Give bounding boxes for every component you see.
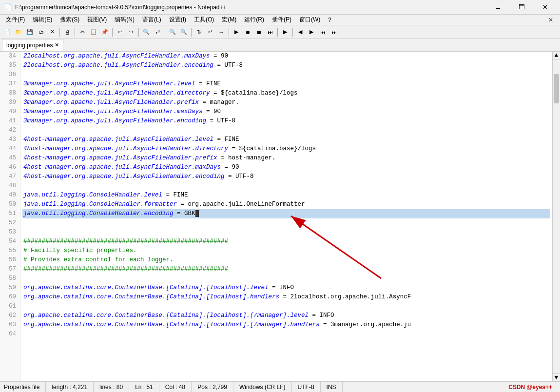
line-number-58: 58: [4, 274, 16, 283]
line-number-38: 38: [4, 89, 16, 98]
menu-file[interactable]: 文件(F): [2, 15, 29, 25]
code-line-55[interactable]: # Facility specific properties.: [22, 246, 550, 255]
code-line-51[interactable]: java.util.logging.ConsoleHandler.encodin…: [22, 209, 550, 218]
menu-run[interactable]: 运行(R): [240, 15, 268, 25]
scrollbar-up[interactable]: ▲: [553, 52, 560, 59]
code-line-41[interactable]: 3manager.org.apache.juli.AsyncFileHandle…: [22, 117, 550, 126]
menu-window[interactable]: 窗口(W): [295, 15, 324, 25]
code-line-35[interactable]: 2localhost.org.apache.juli.AsyncFileHand…: [22, 61, 550, 70]
line-number-45: 45: [4, 154, 16, 163]
menu-tools[interactable]: 工具(O): [190, 15, 218, 25]
code-line-46[interactable]: 4host-manager.org.apache.juli.AsyncFileH…: [22, 163, 550, 172]
window-controls[interactable]: 🗕 🗖 ✕: [487, 0, 556, 14]
tb-macro2[interactable]: ⏺: [242, 27, 253, 38]
tb-open[interactable]: 📁: [13, 27, 24, 38]
tb-macro4[interactable]: ⏭: [265, 27, 275, 38]
line-number-36: 36: [4, 70, 16, 79]
menu-encode[interactable]: 编码(N): [111, 15, 138, 25]
code-line-47[interactable]: 4host-manager.org.apache.juli.AsyncFileH…: [22, 172, 550, 181]
code-line-39[interactable]: 3manager.org.apache.juli.AsyncFileHandle…: [22, 98, 550, 107]
line-number-57: 57: [4, 265, 16, 274]
menu-close-x[interactable]: ✕: [543, 17, 558, 23]
tb-zoomout[interactable]: 🔍: [178, 27, 189, 38]
code-line-49[interactable]: java.util.logging.ConsoleHandler.level =…: [22, 191, 550, 200]
line-numbers: 3435363738394041424344454647484950515253…: [0, 52, 20, 381]
code-line-60[interactable]: org.apache.catalina.core.ContainerBase.[…: [22, 293, 550, 302]
code-line-44[interactable]: 4host-manager.org.apache.juli.AsyncFileH…: [22, 144, 550, 154]
toolbar-sep-7: [229, 28, 229, 37]
tb-paste[interactable]: 📌: [99, 27, 110, 38]
menu-lang[interactable]: 语言(L): [138, 15, 165, 25]
menu-search[interactable]: 搜索(S): [56, 15, 83, 25]
line-number-61: 61: [4, 302, 16, 311]
tb-indent[interactable]: →: [216, 27, 227, 38]
toolbar-sep-6: [191, 28, 192, 37]
code-line-48[interactable]: [22, 181, 550, 191]
code-line-45[interactable]: 4host-manager.org.apache.juli.AsyncFileH…: [22, 154, 550, 163]
maximize-button[interactable]: 🗖: [510, 0, 533, 14]
code-area[interactable]: 2localhost.org.apache.juli.AsyncFileHand…: [20, 52, 552, 381]
menu-view[interactable]: 视图(V): [83, 15, 111, 25]
toolbar-sep-1: [59, 28, 60, 37]
line-number-39: 39: [4, 98, 16, 107]
code-line-52[interactable]: [22, 218, 550, 228]
code-line-40[interactable]: 3manager.org.apache.juli.AsyncFileHandle…: [22, 107, 550, 117]
code-line-53[interactable]: [22, 228, 550, 237]
code-line-62[interactable]: org.apache.catalina.core.ContainerBase.[…: [22, 311, 550, 320]
tb-extra1[interactable]: ◀: [295, 27, 306, 38]
tb-run[interactable]: ▶: [280, 27, 290, 38]
code-line-64[interactable]: [22, 330, 550, 339]
code-line-57[interactable]: ########################################…: [22, 265, 550, 274]
scrollbar-down[interactable]: ▼: [553, 373, 560, 381]
code-line-59[interactable]: org.apache.catalina.core.ContainerBase.[…: [22, 283, 550, 293]
menu-help[interactable]: ?: [324, 15, 335, 25]
close-button[interactable]: ✕: [534, 0, 556, 14]
tb-extra4[interactable]: ⏭: [328, 27, 339, 38]
tb-wrap[interactable]: ↵: [205, 27, 215, 38]
tab-close-button[interactable]: ✕: [55, 42, 59, 48]
tb-extra3[interactable]: ⏮: [317, 27, 328, 38]
tb-extra2[interactable]: ▶: [306, 27, 317, 38]
tb-undo[interactable]: ↩: [115, 27, 125, 38]
code-line-43[interactable]: 4host-manager.org.apache.juli.AsyncFileH…: [22, 135, 550, 144]
code-line-38[interactable]: 3manager.org.apache.juli.AsyncFileHandle…: [22, 89, 550, 98]
code-line-61[interactable]: [22, 302, 550, 311]
tab-logging-properties[interactable]: logging.properties ✕: [2, 39, 63, 51]
menu-edit[interactable]: 编辑(E): [29, 15, 56, 25]
line-number-37: 37: [4, 79, 16, 89]
line-number-49: 49: [4, 191, 16, 200]
tb-sync[interactable]: ⇅: [193, 27, 204, 38]
code-line-56[interactable]: # Provides extra control for each logger…: [22, 255, 550, 265]
tb-replace[interactable]: ⇄: [152, 27, 163, 38]
tb-copy[interactable]: 📋: [88, 27, 99, 38]
code-line-36[interactable]: [22, 70, 550, 79]
code-line-42[interactable]: [22, 126, 550, 135]
code-line-34[interactable]: 2localhost.org.apache.juli.AsyncFileHand…: [22, 52, 550, 61]
line-number-50: 50: [4, 200, 16, 209]
code-line-50[interactable]: java.util.logging.ConsoleHandler.formatt…: [22, 200, 550, 209]
scrollbar-thumb[interactable]: [554, 74, 559, 103]
menu-plugins[interactable]: 插件(P): [268, 15, 295, 25]
menu-macro[interactable]: 宏(M): [218, 15, 240, 25]
code-line-37[interactable]: 3manager.org.apache.juli.AsyncFileHandle…: [22, 79, 550, 89]
status-encoding: UTF-8: [292, 382, 321, 392]
menu-settings[interactable]: 设置(I): [165, 15, 190, 25]
code-line-58[interactable]: [22, 274, 550, 283]
tb-cut[interactable]: ✂: [77, 27, 88, 38]
tb-new[interactable]: 📄: [2, 27, 13, 38]
vertical-scrollbar[interactable]: ▲ ▼: [552, 52, 560, 381]
tb-close[interactable]: ✕: [47, 27, 58, 38]
tb-find[interactable]: 🔍: [141, 27, 152, 38]
tb-zoomin[interactable]: 🔍: [167, 27, 178, 38]
tb-redo[interactable]: ↪: [126, 27, 136, 38]
code-line-63[interactable]: org.apache.catalina.core.ContainerBase.[…: [22, 320, 550, 330]
tb-macro1[interactable]: ▶: [231, 27, 242, 38]
minimize-button[interactable]: 🗕: [487, 0, 509, 14]
toolbar: 📄 📁 💾 🗂 ✕ 🖨 ✂ 📋 📌 ↩ ↪ 🔍 ⇄ 🔍 🔍 ⇅ ↵ → ▶ ⏺ …: [0, 25, 560, 39]
editor-container: 3435363738394041424344454647484950515253…: [0, 52, 560, 381]
tb-print[interactable]: 🖨: [62, 27, 73, 38]
tb-saveall[interactable]: 🗂: [36, 27, 46, 38]
tb-macro3[interactable]: ⏹: [253, 27, 264, 38]
tb-save[interactable]: 💾: [24, 27, 35, 38]
code-line-54[interactable]: ########################################…: [22, 237, 550, 246]
